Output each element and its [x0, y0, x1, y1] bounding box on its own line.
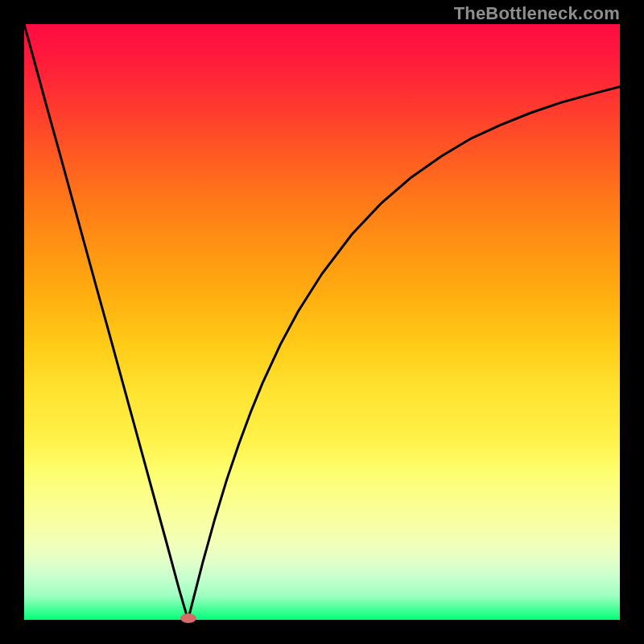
- curve-left-branch: [24, 24, 188, 620]
- watermark-text: TheBottleneck.com: [454, 3, 620, 24]
- chart-frame: TheBottleneck.com: [0, 0, 644, 644]
- curve-svg: [24, 24, 620, 620]
- plot-area: [24, 24, 620, 620]
- curve-right-branch: [188, 87, 621, 620]
- minimum-marker: [180, 613, 196, 623]
